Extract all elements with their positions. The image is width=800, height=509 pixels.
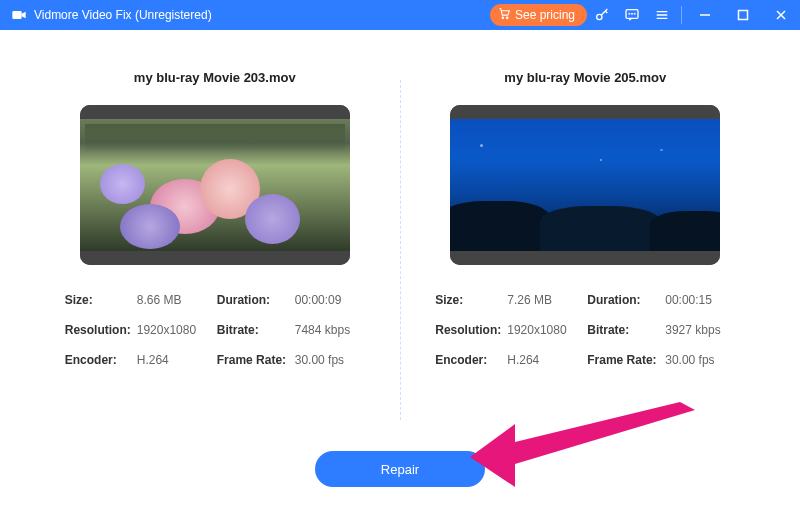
size-value: 8.66 MB — [137, 293, 217, 307]
bitrate-value: 7484 kbps — [295, 323, 365, 337]
size-label: Size: — [435, 293, 507, 307]
duration-value: 00:00:09 — [295, 293, 365, 307]
framerate-value: 30.00 fps — [295, 353, 365, 367]
right-metadata: Size: 7.26 MB Duration: 00:00:15 Resolut… — [435, 293, 735, 367]
cart-icon — [498, 7, 511, 23]
app-logo-icon — [10, 6, 28, 24]
resolution-label: Resolution: — [65, 323, 137, 337]
feedback-icon[interactable] — [617, 0, 647, 30]
size-value: 7.26 MB — [507, 293, 587, 307]
thumb-bottom-bar — [80, 251, 350, 265]
see-pricing-button[interactable]: See pricing — [490, 4, 587, 26]
size-label: Size: — [65, 293, 137, 307]
minimize-button[interactable] — [686, 0, 724, 30]
right-filename: my blu-ray Movie 205.mov — [504, 70, 666, 85]
encoder-value: H.264 — [507, 353, 587, 367]
close-button[interactable] — [762, 0, 800, 30]
svg-point-7 — [634, 13, 635, 14]
titlebar: Vidmore Video Fix (Unregistered) See pri… — [0, 0, 800, 30]
svg-point-3 — [597, 14, 602, 19]
encoder-label: Encoder: — [435, 353, 507, 367]
right-thumbnail-image — [450, 119, 720, 251]
app-title: Vidmore Video Fix (Unregistered) — [34, 8, 212, 22]
resolution-label: Resolution: — [435, 323, 507, 337]
right-thumbnail[interactable] — [450, 105, 720, 265]
svg-point-2 — [506, 17, 508, 19]
see-pricing-label: See pricing — [515, 8, 575, 22]
encoder-label: Encoder: — [65, 353, 137, 367]
left-filename: my blu-ray Movie 203.mov — [134, 70, 296, 85]
svg-rect-8 — [739, 11, 748, 20]
duration-value: 00:00:15 — [665, 293, 735, 307]
left-metadata: Size: 8.66 MB Duration: 00:00:09 Resolut… — [65, 293, 365, 367]
svg-point-6 — [632, 13, 633, 14]
corrupt-video-panel: my blu-ray Movie 203.mov Size: 8.66 MB D… — [30, 70, 400, 460]
left-thumbnail[interactable] — [80, 105, 350, 265]
key-icon[interactable] — [587, 0, 617, 30]
encoder-value: H.264 — [137, 353, 217, 367]
bitrate-value: 3927 kbps — [665, 323, 735, 337]
menu-icon[interactable] — [647, 0, 677, 30]
framerate-label: Frame Rate: — [217, 353, 295, 367]
resolution-value: 1920x1080 — [507, 323, 587, 337]
action-row: Repair — [0, 451, 800, 487]
thumb-bottom-bar — [450, 251, 720, 265]
duration-label: Duration: — [587, 293, 665, 307]
duration-label: Duration: — [217, 293, 295, 307]
bitrate-label: Bitrate: — [217, 323, 295, 337]
svg-rect-0 — [12, 11, 21, 19]
thumb-top-bar — [80, 105, 350, 119]
titlebar-divider — [681, 6, 682, 24]
main-area: my blu-ray Movie 203.mov Size: 8.66 MB D… — [0, 30, 800, 460]
sample-video-panel: my blu-ray Movie 205.mov Size: 7.26 MB D… — [401, 70, 771, 460]
resolution-value: 1920x1080 — [137, 323, 217, 337]
svg-point-5 — [629, 13, 630, 14]
repair-button[interactable]: Repair — [315, 451, 485, 487]
bitrate-label: Bitrate: — [587, 323, 665, 337]
maximize-button[interactable] — [724, 0, 762, 30]
framerate-value: 30.00 fps — [665, 353, 735, 367]
left-thumbnail-image — [80, 119, 350, 251]
thumb-top-bar — [450, 105, 720, 119]
svg-point-1 — [502, 17, 504, 19]
framerate-label: Frame Rate: — [587, 353, 665, 367]
